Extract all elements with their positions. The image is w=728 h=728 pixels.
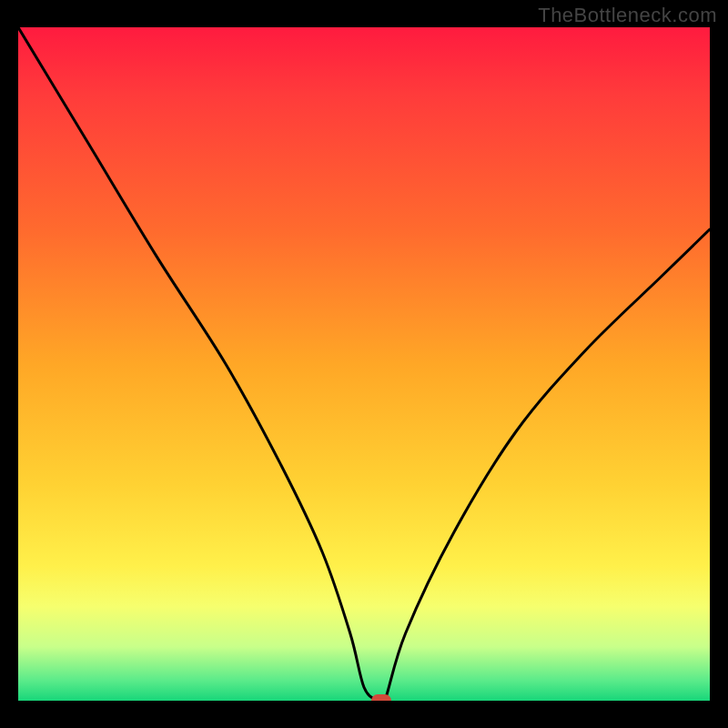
optimal-point-marker [371, 694, 391, 701]
plot-area [18, 27, 710, 701]
bottleneck-curve [18, 27, 710, 701]
watermark-text: TheBottleneck.com [538, 4, 717, 27]
chart-frame: TheBottleneck.com [0, 0, 728, 728]
